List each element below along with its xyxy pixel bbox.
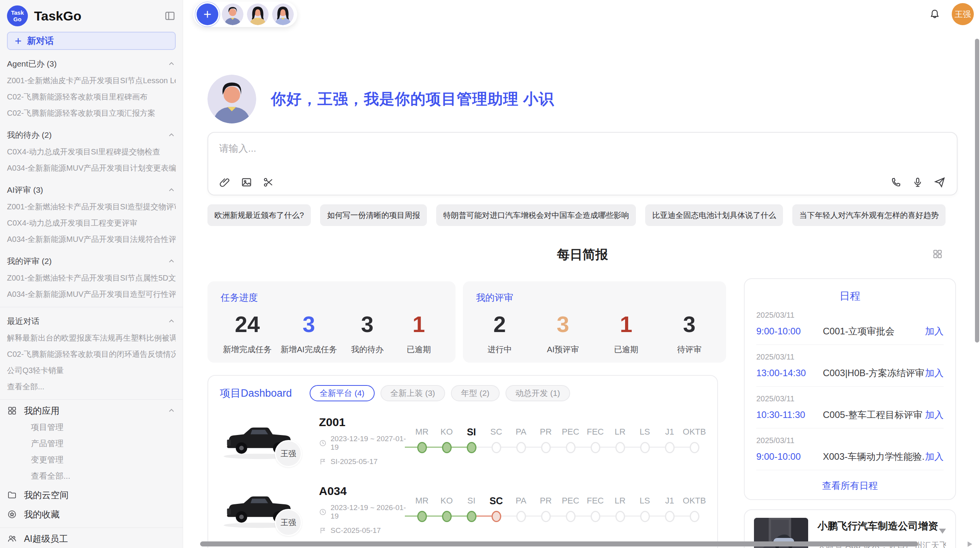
avatar[interactable] [247, 3, 269, 25]
milestone-dot[interactable] [417, 511, 427, 522]
milestone-dot[interactable] [640, 442, 650, 453]
milestone-dot[interactable] [417, 442, 427, 453]
milestone-dot[interactable] [690, 442, 699, 453]
dashboard-filter-tab[interactable]: 动总开发 (1) [505, 385, 571, 401]
chevron-up-icon[interactable] [167, 60, 176, 68]
milestone-dot[interactable] [591, 511, 600, 522]
milestone-dot[interactable] [492, 442, 501, 453]
sidebar-task-item[interactable]: C02-飞腾新能源轻客改款项目里程碑画布 [7, 89, 176, 105]
phone-icon[interactable] [890, 176, 902, 188]
milestone-dot[interactable] [467, 511, 476, 522]
collapse-sidebar-icon[interactable] [164, 10, 176, 22]
app-sub-item[interactable]: 产品管理 [7, 435, 176, 452]
suggestion-chip[interactable]: 比亚迪全固态电池计划具体说了什么 [645, 204, 783, 226]
sidebar-recent-header[interactable]: 最近对话 [7, 313, 176, 330]
send-icon[interactable] [934, 176, 946, 188]
join-meeting-link[interactable]: 加入 [925, 409, 944, 421]
milestone-dot[interactable] [516, 511, 526, 522]
view-all-schedule-link[interactable]: 查看所有日程 [756, 480, 944, 492]
suggestion-chip[interactable]: 特朗普可能对进口汽车增税会对中国车企造成哪些影响 [436, 204, 636, 226]
vertical-scrollbar[interactable] [975, 39, 979, 342]
milestone-dot[interactable] [442, 442, 452, 453]
sidebar-task-item[interactable]: C02-飞腾新能源轻客改款项目立项汇报方案 [7, 105, 176, 121]
milestone: FEC [583, 494, 608, 525]
dashboard-filter-tab[interactable]: 年型 (2) [451, 385, 500, 401]
new-session-button[interactable] [197, 3, 218, 25]
sidebar-task-item[interactable]: Z001-全新燃油轻卡产品开发项目SI节点属性5D文件评审 [7, 270, 176, 286]
sidebar-section-header[interactable]: 我的评审 (2) [7, 253, 176, 270]
logo-line2: Go [14, 16, 22, 22]
project-owner-badge: 王强 [275, 440, 302, 467]
scroll-down-arrow[interactable] [939, 529, 946, 534]
schedule-date: 2025/03/11 [756, 353, 944, 361]
dashboard-filter-tab[interactable]: 全新上装 (3) [380, 385, 445, 401]
folder-icon [7, 490, 17, 500]
milestone-dot[interactable] [541, 511, 551, 522]
join-meeting-link[interactable]: 加入 [925, 450, 944, 463]
join-meeting-link[interactable]: 加入 [925, 325, 944, 337]
user-avatar-badge[interactable]: 王强 [952, 3, 974, 25]
sidebar-task-item[interactable]: Z001-全新燃油皮卡产品开发项目SI节点Lesson Learn报告 [7, 72, 176, 89]
sidebar-item-ai-super-staff[interactable]: AI超级员工 [7, 530, 176, 547]
new-chat-button[interactable]: 新对话 [7, 32, 176, 50]
suggestion-chip[interactable]: 当下年轻人对汽车外观有怎样的喜好趋势 [792, 204, 946, 226]
milestone-dot[interactable] [566, 511, 576, 522]
stat-item: 2进行中 [478, 311, 521, 355]
sidebar-task-item[interactable]: C0X4-动力总成开发项目工程变更评审 [7, 215, 176, 231]
chat-input[interactable] [219, 142, 946, 176]
recent-conversation-item[interactable]: 解释最新出台的欧盟报废车法规再生塑料比例被调至15%... [7, 330, 176, 346]
avatar[interactable] [272, 3, 294, 25]
milestone-label: PEC [558, 425, 583, 438]
milestone-dot[interactable] [615, 442, 625, 453]
milestone-dot[interactable] [665, 442, 675, 453]
chevron-up-icon[interactable] [167, 257, 176, 265]
sidebar-task-item[interactable]: A034-全新新能源MUV产品开发项目法规符合性评审 [7, 231, 176, 247]
sidebar-item-cloud-space[interactable]: 我的云空间 [7, 486, 176, 503]
app-sub-item[interactable]: 变更管理 [7, 452, 176, 468]
chevron-up-icon[interactable] [167, 186, 176, 194]
join-meeting-link[interactable]: 加入 [925, 367, 944, 379]
app-sub-item[interactable]: 查看全部... [7, 468, 176, 484]
milestone-dot[interactable] [516, 442, 526, 453]
chevron-up-icon[interactable] [167, 131, 176, 139]
recent-conversation-item[interactable]: 公司Q3轻卡销量 [7, 362, 176, 378]
milestone-dot[interactable] [690, 511, 699, 522]
dashboard-filter-tab[interactable]: 全新平台 (4) [310, 385, 375, 401]
sidebar-item-favorites[interactable]: 我的收藏 [7, 506, 176, 523]
milestone-dot[interactable] [566, 442, 576, 453]
attachment-icon[interactable] [219, 176, 231, 188]
image-icon[interactable] [241, 176, 252, 188]
milestone-dot[interactable] [541, 442, 551, 453]
horizontal-scrollbar[interactable] [200, 541, 918, 546]
schedule-item: 2025/03/119:00-10:00X003-车辆动力学性能验...加入 [756, 428, 944, 470]
milestone-dot[interactable] [492, 511, 501, 522]
app-sub-item[interactable]: 项目管理 [7, 419, 176, 435]
avatar[interactable] [222, 3, 243, 25]
milestone-dot[interactable] [665, 511, 675, 522]
recent-conversation-item[interactable]: C02-飞腾新能源轻客改款项目的闭环通告反馈情况 [7, 346, 176, 362]
sidebar-task-item[interactable]: A034-全新新能源MUV产品开发项目计划变更表编写 [7, 160, 176, 176]
sidebar-section-header[interactable]: Agent已办 (3) [7, 55, 176, 72]
chevron-up-icon[interactable] [167, 406, 176, 415]
sidebar-section-header[interactable]: AI评审 (3) [7, 182, 176, 199]
milestone-dot[interactable] [591, 442, 600, 453]
chevron-up-icon[interactable] [167, 317, 176, 325]
milestone-dot[interactable] [615, 511, 625, 522]
milestone-dot[interactable] [467, 442, 476, 453]
view-all-conversations-link[interactable]: 查看全部... [7, 378, 176, 395]
sidebar-task-item[interactable]: C0X4-动力总成开发项目SI里程碑提交物检查 [7, 144, 176, 160]
layout-grid-icon[interactable] [932, 248, 943, 261]
scissors-icon[interactable] [262, 176, 274, 188]
suggestion-chip[interactable]: 欧洲新规最近颁布了什么? [207, 204, 311, 226]
sidebar-section-header[interactable]: 我的待办 (2) [7, 127, 176, 144]
milestone-dot[interactable] [442, 511, 452, 522]
suggestion-chip[interactable]: 如何写一份清晰的项目周报 [320, 204, 427, 226]
sidebar-item-my-apps[interactable]: 我的应用 [7, 402, 176, 419]
milestone-dot[interactable] [640, 511, 650, 522]
sidebar-task-item[interactable]: A034-全新新能源MUV产品开发项目造型可行性评审 [7, 286, 176, 302]
microphone-icon[interactable] [912, 176, 923, 188]
scroll-right-arrow[interactable] [968, 541, 972, 547]
sidebar-task-item[interactable]: Z001-全新燃油轻卡产品开发项目SI造型提交物评审 [7, 199, 176, 215]
notifications-bell-icon[interactable] [929, 8, 941, 21]
schedule-time: 10:30-11:30 [756, 409, 823, 420]
